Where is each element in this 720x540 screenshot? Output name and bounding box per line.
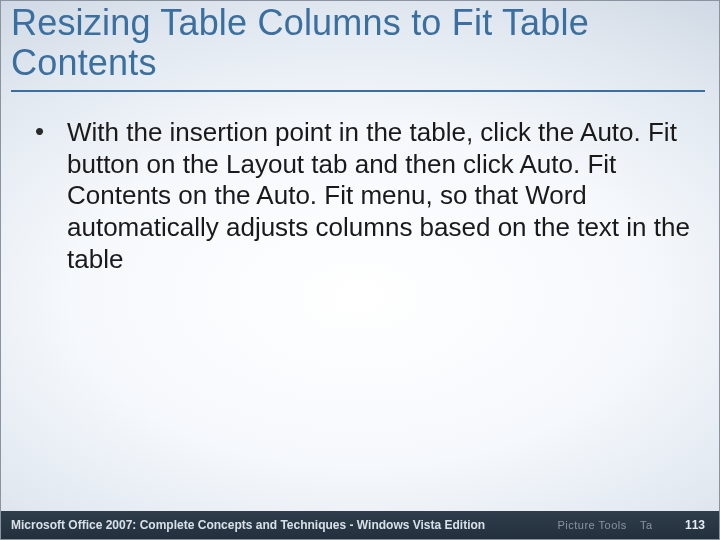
title-block: Resizing Table Columns to Fit Table Cont… [11,1,705,92]
footer-left-text: Microsoft Office 2007: Complete Concepts… [1,518,485,532]
footer-ghost-c: Ta [640,519,653,531]
slide-title: Resizing Table Columns to Fit Table Cont… [11,1,705,92]
footer-ghost-text: Picture Tools Ta [485,519,685,531]
bullet-item: With the insertion point in the table, c… [57,117,695,276]
page-number: 113 [685,518,719,532]
body-block: With the insertion point in the table, c… [25,113,695,276]
footer-bar: Microsoft Office 2007: Complete Concepts… [1,511,719,539]
footer-ghost-b: Picture Tools [557,519,626,531]
slide: Resizing Table Columns to Fit Table Cont… [0,0,720,540]
bullet-list: With the insertion point in the table, c… [25,117,695,276]
